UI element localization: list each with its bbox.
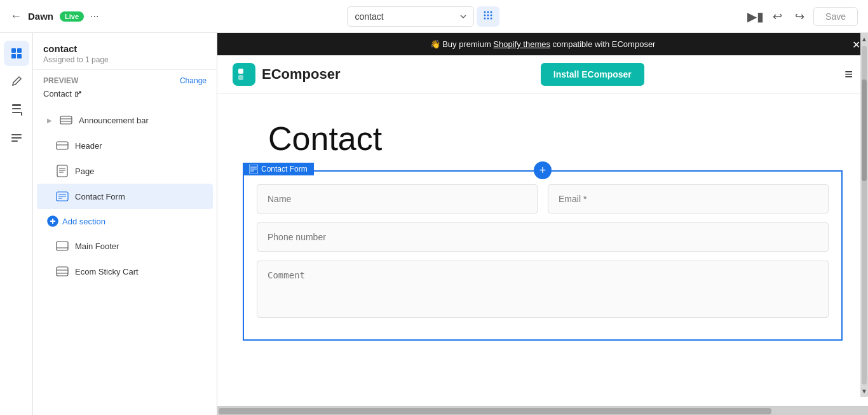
svg-rect-25 — [57, 165, 67, 177]
plus-circle-icon — [47, 215, 58, 227]
promo-text-after: compatible with EComposer — [553, 39, 656, 49]
external-link-icon — [74, 90, 82, 98]
ecomposer-logo-mark — [236, 67, 252, 82]
preview-frame: 👋 Buy premium Shopify themes compatible … — [217, 33, 868, 406]
svg-point-3 — [484, 14, 485, 16]
name-input[interactable] — [257, 184, 538, 214]
section-label: Main Footer — [75, 242, 119, 251]
svg-rect-38 — [57, 267, 68, 276]
page-select[interactable]: contact — [347, 6, 474, 27]
scroll-track — [862, 46, 867, 384]
svg-rect-19 — [11, 140, 18, 142]
contact-form-label-text: Contact Form — [261, 165, 308, 173]
add-section-label: Add section — [62, 217, 105, 226]
footer-icon — [56, 240, 69, 252]
more-menu-icon[interactable]: ··· — [90, 11, 98, 22]
section-item-ecom-sticky-cart[interactable]: Ecom Sticky Cart — [37, 259, 213, 284]
app-name: Dawn — [28, 11, 53, 22]
svg-point-5 — [490, 14, 492, 16]
scroll-down-arrow[interactable]: ▼ — [860, 386, 868, 396]
svg-point-2 — [490, 11, 492, 13]
svg-rect-23 — [57, 142, 68, 149]
form-section-icon — [249, 165, 258, 173]
top-bar-center: contact — [106, 6, 740, 27]
vertical-scrollbar[interactable]: ▲ ▼ — [860, 33, 868, 397]
top-bar-left: ← Dawn Live ··· — [10, 10, 98, 23]
back-icon[interactable]: ← — [10, 10, 22, 23]
section-label: Contact Form — [75, 192, 125, 201]
section-item-contact-form[interactable]: Contact Form — [37, 184, 213, 209]
plus-icon — [10, 103, 23, 116]
install-button[interactable]: Install EComposer — [541, 63, 644, 86]
left-panel-header: contact Assigned to 1 page — [33, 33, 217, 70]
section-item-header[interactable]: Header — [37, 133, 213, 158]
announcement-icon — [60, 114, 72, 126]
section-label: Ecom Sticky Cart — [75, 267, 139, 276]
logo-icon — [233, 63, 255, 86]
undo-button[interactable]: ↩ — [769, 7, 786, 26]
svg-rect-9 — [11, 48, 16, 53]
email-input[interactable] — [548, 184, 829, 214]
preview-row: PREVIEW Change — [33, 70, 217, 89]
grid-dots-icon — [483, 10, 493, 20]
page-icon — [56, 165, 69, 177]
svg-point-4 — [487, 14, 489, 16]
page-content: Contact Contact Form + — [217, 94, 868, 406]
layers-icon — [10, 47, 23, 60]
grid-icon — [10, 131, 23, 144]
phone-input[interactable] — [257, 222, 829, 252]
svg-point-6 — [484, 17, 485, 19]
form-name-email-row — [257, 184, 829, 214]
chevron-right-icon: ▶ — [47, 117, 52, 124]
section-item-main-footer[interactable]: Main Footer — [37, 233, 213, 259]
main-layout: contact Assigned to 1 page PREVIEW Chang… — [0, 33, 868, 415]
svg-rect-20 — [60, 116, 72, 124]
contact-link[interactable]: Contact — [33, 89, 217, 105]
svg-rect-18 — [11, 137, 22, 139]
change-button[interactable]: Change — [180, 76, 207, 85]
horizontal-scrollbar[interactable] — [217, 406, 868, 415]
add-section-button[interactable]: Add section — [37, 209, 213, 233]
section-label: Announcement bar — [79, 116, 149, 125]
form-comment-row — [257, 261, 829, 318]
section-item-page[interactable]: Page — [37, 158, 213, 184]
horizontal-scrollbar-thumb[interactable] — [219, 408, 771, 414]
preview-label: PREVIEW — [43, 76, 78, 85]
grid-view-button[interactable] — [477, 6, 499, 27]
hamburger-icon[interactable]: ≡ — [844, 66, 853, 83]
section-item-announcement[interactable]: ▶ Announcement bar — [37, 107, 213, 133]
section-label: Header — [75, 141, 102, 151]
svg-rect-41 — [238, 69, 243, 74]
preview-area: 👋 Buy premium Shopify themes compatible … — [217, 33, 868, 415]
contact-page-title: Contact — [217, 94, 868, 170]
sidebar-layers-item[interactable] — [4, 41, 29, 66]
promo-link[interactable]: Shopify themes — [493, 39, 550, 49]
svg-rect-14 — [12, 108, 21, 109]
save-button[interactable]: Save — [813, 7, 858, 26]
monitor-icon[interactable]: ▶▮ — [747, 9, 764, 24]
svg-point-8 — [490, 17, 492, 19]
scroll-thumb[interactable] — [862, 79, 867, 181]
svg-rect-11 — [11, 54, 16, 58]
form-phone-row — [257, 222, 829, 252]
sidebar-add-item[interactable] — [4, 97, 29, 122]
svg-rect-13 — [12, 104, 21, 106]
svg-rect-17 — [11, 134, 22, 135]
svg-rect-36 — [57, 242, 68, 250]
form-add-button[interactable]: + — [534, 161, 552, 179]
scroll-up-arrow[interactable]: ▲ — [860, 34, 868, 44]
cart-icon — [56, 265, 69, 278]
sidebar-brush-item[interactable] — [4, 69, 29, 94]
contact-form-label: Contact Form — [243, 163, 314, 175]
promo-close-button[interactable]: ✕ — [852, 38, 860, 50]
header-icon — [56, 139, 69, 152]
redo-button[interactable]: ↪ — [791, 7, 808, 26]
assigned-text: Assigned to 1 page — [43, 55, 207, 64]
comment-textarea[interactable] — [257, 261, 829, 318]
form-icon — [56, 190, 69, 203]
svg-point-0 — [484, 11, 485, 13]
promo-text-before: 👋 Buy premium — [430, 39, 494, 49]
promo-banner: 👋 Buy premium Shopify themes compatible … — [217, 33, 868, 55]
sidebar-grid-item[interactable] — [4, 125, 29, 150]
icon-sidebar — [0, 33, 33, 415]
